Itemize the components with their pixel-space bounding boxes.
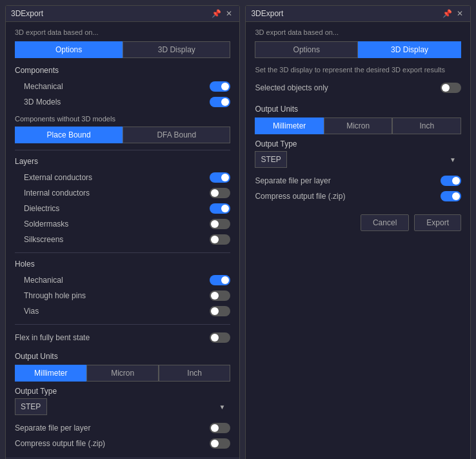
set-display-text: Set the 3D display to represent the desi… [255, 66, 461, 74]
vias-label: Vias [24, 307, 39, 316]
unit-micron-right[interactable]: Micron [324, 117, 393, 134]
left-compress-label: Compress output file (.zip) [15, 439, 105, 448]
3dmodels-label: 3D Models [24, 97, 61, 107]
mechanical-label: Mechanical [24, 82, 63, 91]
right-separate-row: Separate file per layer [255, 173, 461, 189]
selected-objects-toggle[interactable] [441, 83, 461, 93]
unit-micron-left[interactable]: Micron [86, 365, 158, 382]
divider-2 [15, 252, 230, 253]
place-bound-btn[interactable]: Place Bound [15, 127, 123, 143]
left-compress-toggle[interactable] [210, 438, 230, 449]
right-compress-row: Compress output file (.zip) [255, 189, 461, 204]
right-dialog-content: 3D export data based on... Options 3D Di… [246, 22, 470, 459]
selected-objects-row: Selected objects only [255, 80, 461, 98]
divider-1 [15, 150, 230, 150]
layers-section-label: Layers [15, 157, 230, 166]
right-separate-label: Separate file per layer [255, 176, 330, 185]
right-select-row: STEP IGES OBJ [255, 151, 461, 168]
tab-options-left[interactable]: Options [15, 41, 123, 58]
right-select-wrapper: STEP IGES OBJ [255, 151, 461, 168]
pin-icon[interactable]: 📌 [211, 9, 221, 18]
dielectrics-label: Dielectrics [24, 204, 59, 213]
right-subtitle: 3D export data based on... [255, 28, 461, 36]
soldermasks-toggle[interactable] [210, 219, 230, 229]
left-separate-label: Separate file per layer [15, 423, 90, 433]
tab-3ddisplay-right[interactable]: 3D Display [358, 41, 461, 58]
right-footer-inline: Cancel Export [255, 204, 461, 231]
right-close-icon[interactable]: ✕ [455, 9, 465, 18]
soldermasks-label: Soldermasks [24, 219, 68, 229]
left-subtitle: 3D export data based on... [15, 28, 230, 36]
right-tab-row: Options 3D Display [255, 41, 461, 58]
right-units-row: Millimeter Micron Inch [255, 117, 461, 134]
right-titlebar: 3DExport 📌 ✕ [246, 6, 470, 22]
ext-conductors-label: External conductors [24, 173, 92, 182]
left-compress-row: Compress output file (.zip) [15, 436, 230, 451]
left-dialog-title: 3DExport [11, 9, 43, 18]
through-hole-label: Through hole pins [24, 291, 86, 300]
int-conductors-toggle[interactable] [210, 188, 230, 198]
left-units-row: Millimeter Micron Inch [15, 365, 230, 382]
right-pin-icon[interactable]: 📌 [442, 9, 452, 18]
right-titlebar-icons: 📌 ✕ [442, 9, 465, 18]
dfa-bound-btn[interactable]: DFA Bound [123, 127, 230, 143]
holes-mech-toggle[interactable] [210, 275, 230, 285]
dielectrics-row: Dielectrics [15, 201, 230, 216]
silkscreens-row: Silkscreens [15, 232, 230, 247]
unit-inch-right[interactable]: Inch [392, 117, 461, 134]
left-output-type-select[interactable]: STEP IGES OBJ [15, 398, 47, 415]
left-dialog-content: 3D export data based on... Options 3D Di… [6, 22, 239, 458]
right-separate-toggle[interactable] [441, 176, 461, 186]
3dmodels-toggle[interactable] [210, 97, 230, 107]
silkscreens-label: Silkscreens [24, 235, 63, 244]
flex-label: Flex in fully bent state [15, 333, 90, 342]
ext-conductors-row: External conductors [15, 170, 230, 185]
int-conductors-label: Internal conductors [24, 189, 90, 198]
right-dialog-title: 3DExport [251, 9, 283, 18]
left-output-type-label: Output Type [15, 387, 230, 396]
through-hole-toggle[interactable] [210, 291, 230, 301]
left-select-row: STEP IGES OBJ [15, 398, 230, 415]
holes-mech-label: Mechanical [24, 276, 63, 285]
right-output-type-select[interactable]: STEP IGES OBJ [255, 151, 287, 168]
soldermasks-row: Soldermasks [15, 216, 230, 232]
ext-conductors-toggle[interactable] [210, 172, 230, 183]
flex-toggle[interactable] [210, 332, 230, 343]
left-separate-row: Separate file per layer [15, 420, 230, 436]
left-titlebar-icons: 📌 ✕ [211, 9, 234, 18]
vias-row: Vias [15, 303, 230, 319]
tab-options-right[interactable]: Options [255, 41, 358, 58]
selected-objects-label: Selected objects only [255, 83, 328, 92]
components-section-label: Components [15, 66, 230, 75]
flex-row: Flex in fully bent state [15, 330, 230, 345]
silkscreens-toggle[interactable] [210, 234, 230, 245]
unit-mm-left[interactable]: Millimeter [15, 365, 86, 382]
left-separate-toggle[interactable] [210, 423, 230, 433]
right-compress-toggle[interactable] [441, 191, 461, 201]
divider-3 [15, 324, 230, 325]
right-output-units-label: Output Units [255, 105, 461, 114]
bound-btn-row: Place Bound DFA Bound [15, 127, 230, 143]
without3d-label: Components without 3D models [15, 115, 230, 123]
mechanical-toggle-row: Mechanical [15, 79, 230, 94]
unit-mm-right[interactable]: Millimeter [255, 117, 324, 134]
mechanical-toggle[interactable] [210, 81, 230, 92]
right-cancel-btn[interactable]: Cancel [361, 214, 409, 231]
tab-3ddisplay-left[interactable]: 3D Display [123, 41, 230, 58]
left-dialog: 3DExport 📌 ✕ 3D export data based on... … [5, 5, 240, 459]
left-titlebar: 3DExport 📌 ✕ [6, 6, 239, 22]
3dmodels-toggle-row: 3D Models [15, 94, 230, 110]
holes-section-label: Holes [15, 260, 230, 269]
right-compress-label: Compress output file (.zip) [255, 192, 345, 201]
through-hole-row: Through hole pins [15, 288, 230, 303]
left-tab-row: Options 3D Display [15, 41, 230, 58]
right-dialog: 3DExport 📌 ✕ 3D export data based on... … [245, 5, 471, 459]
right-output-type-label: Output Type [255, 139, 461, 148]
left-output-units-label: Output Units [15, 352, 230, 361]
dielectrics-toggle[interactable] [210, 203, 230, 214]
close-icon[interactable]: ✕ [224, 9, 234, 18]
int-conductors-row: Internal conductors [15, 185, 230, 201]
right-export-btn[interactable]: Export [414, 214, 461, 231]
vias-toggle[interactable] [210, 306, 230, 316]
unit-inch-left[interactable]: Inch [159, 365, 230, 382]
